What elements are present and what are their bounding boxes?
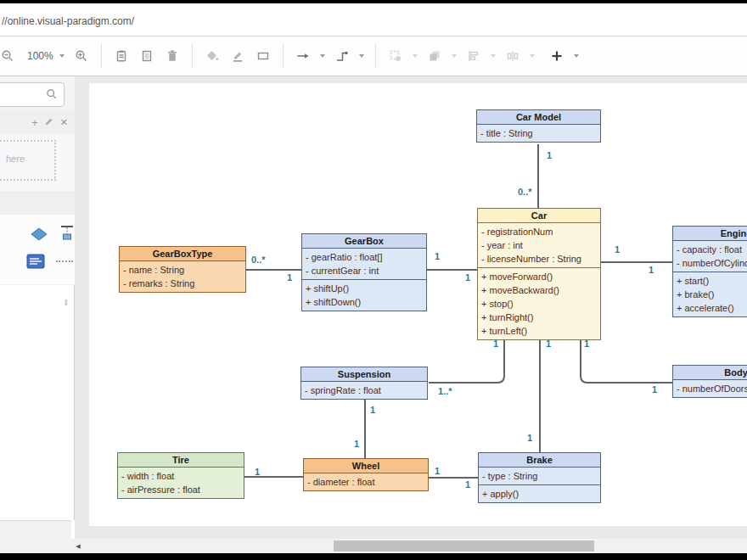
distribute-caret-icon bbox=[530, 54, 535, 58]
line-color-icon[interactable] bbox=[230, 48, 245, 64]
class-title: Tire bbox=[118, 453, 244, 468]
dropzone-area: here bbox=[0, 134, 75, 192]
class-title: Engine bbox=[673, 227, 747, 241]
zoom-out-icon[interactable] bbox=[0, 48, 15, 64]
class-attribute: - gearRatio : float[] bbox=[302, 250, 426, 264]
class-attribute: - name : String bbox=[120, 263, 245, 277]
class-attribute: - year : int bbox=[478, 238, 600, 252]
shape-panel-sidebar: + ✕ here ‖ bbox=[0, 76, 75, 520]
arrow-style-caret-icon[interactable] bbox=[320, 54, 325, 58]
panel-header: + ✕ bbox=[0, 110, 75, 134]
class-attribute: - diameter : float bbox=[304, 475, 428, 489]
class-attribute: - registrationNum bbox=[478, 225, 600, 238]
class-tire[interactable]: Tire- width : float- airPressure : float bbox=[117, 452, 244, 499]
class-brake[interactable]: Brake- type : String+ apply() bbox=[478, 452, 601, 503]
class-operation: + brake() bbox=[673, 288, 747, 301]
class-operation: + moveForward() bbox=[478, 270, 600, 283]
scrollbar-thumb[interactable] bbox=[334, 540, 594, 552]
marquee-caret-icon bbox=[413, 54, 418, 58]
class-attribute: - currentGear : int bbox=[302, 264, 426, 277]
class-attribute: - numberOfCylinders : int bbox=[673, 256, 747, 270]
class-attribute: - capacity : float bbox=[673, 243, 747, 256]
class-engine[interactable]: Engine- capacity : float- numberOfCylind… bbox=[672, 226, 747, 317]
class-attribute: - type : String bbox=[479, 469, 600, 483]
browser-address-bar[interactable]: //online.visual-paradigm.com/ bbox=[0, 3, 747, 36]
terminator-shape[interactable] bbox=[59, 225, 75, 245]
toolbar-separator bbox=[375, 43, 376, 69]
class-gearbox[interactable]: GearBox- gearRatio : float[]- currentGea… bbox=[301, 233, 427, 311]
toolbar-separator bbox=[283, 43, 284, 69]
delete-icon[interactable] bbox=[165, 48, 180, 64]
align-icon bbox=[466, 48, 481, 64]
class-attribute: - title : String bbox=[477, 126, 600, 140]
search-icon bbox=[46, 88, 58, 100]
search-input[interactable] bbox=[0, 82, 65, 107]
fill-color-icon[interactable] bbox=[205, 48, 220, 64]
distribute-icon bbox=[505, 48, 520, 64]
class-title: Car bbox=[478, 209, 600, 223]
connector-style-icon[interactable] bbox=[334, 48, 350, 64]
class-attribute: - width : float bbox=[118, 469, 244, 483]
shape-dropzone[interactable]: here bbox=[0, 140, 56, 181]
bring-forward-icon bbox=[427, 48, 442, 64]
shape-palette bbox=[0, 215, 75, 285]
add-shape-icon[interactable] bbox=[549, 48, 564, 64]
class-operation: + shiftUp() bbox=[302, 282, 426, 295]
paste-icon[interactable] bbox=[114, 48, 129, 64]
class-wheel[interactable]: Wheel- diameter : float bbox=[303, 458, 429, 491]
class-title: GearBoxType bbox=[120, 247, 245, 261]
panel-resize-grip[interactable]: ‖ bbox=[65, 299, 68, 307]
class-operation: + shiftDown() bbox=[302, 295, 426, 309]
class-attribute: - licenseNumber : String bbox=[478, 252, 600, 266]
class-operation: + turnRight() bbox=[478, 311, 600, 324]
class-title: Suspension bbox=[301, 367, 427, 382]
url-text[interactable]: //online.visual-paradigm.com/ bbox=[2, 15, 134, 27]
collapsed-panel-strip[interactable] bbox=[0, 191, 75, 216]
class-title: Wheel bbox=[304, 459, 428, 473]
scroll-left-arrow-icon[interactable]: ◀ bbox=[71, 539, 85, 553]
zoom-caret-icon[interactable] bbox=[59, 54, 65, 58]
class-title: Brake bbox=[479, 453, 600, 468]
toolbar: 100% bbox=[0, 36, 747, 76]
class-attribute: - springRate : float bbox=[301, 384, 427, 397]
class-title: GearBox bbox=[302, 234, 426, 249]
marquee-select-icon bbox=[388, 48, 403, 64]
class-car-model[interactable]: Car Model- title : String bbox=[476, 109, 601, 143]
dropzone-text: here bbox=[6, 154, 25, 164]
copy-icon[interactable] bbox=[139, 48, 154, 64]
arrow-style-icon[interactable] bbox=[295, 48, 311, 64]
class-car[interactable]: Car- registrationNum- year : int- licens… bbox=[477, 208, 601, 340]
close-icon[interactable]: ✕ bbox=[60, 117, 68, 128]
toolbar-separator bbox=[101, 43, 102, 69]
dashed-line-shape[interactable] bbox=[56, 260, 73, 262]
class-title: Body bbox=[673, 366, 747, 380]
class-operation: + stop() bbox=[478, 297, 600, 311]
class-attribute: - remarks : String bbox=[120, 277, 245, 290]
shape-style-icon[interactable] bbox=[256, 48, 271, 64]
class-operation: + turnLeft() bbox=[478, 324, 600, 338]
class-title: Car Model bbox=[477, 110, 600, 125]
bottom-black-bar bbox=[0, 553, 747, 560]
class-suspension[interactable]: Suspension- springRate : float bbox=[300, 367, 428, 400]
zoom-level[interactable]: 100% bbox=[27, 50, 53, 62]
add-icon[interactable]: + bbox=[31, 117, 38, 128]
note-shape[interactable] bbox=[26, 254, 45, 272]
bring-forward-caret-icon bbox=[452, 54, 457, 58]
add-shape-caret-icon[interactable] bbox=[574, 54, 579, 58]
zoom-in-icon[interactable] bbox=[74, 48, 89, 64]
class-attribute: - numberOfDoors : int bbox=[673, 382, 747, 395]
edit-icon[interactable] bbox=[44, 116, 54, 128]
class-operation: + start() bbox=[673, 274, 747, 288]
class-attribute: - airPressure : float bbox=[118, 483, 244, 496]
class-gearboxtype[interactable]: GearBoxType- name : String- remarks : St… bbox=[119, 246, 246, 293]
decision-diamond-shape[interactable] bbox=[31, 227, 48, 244]
sidebar-bottom-strip bbox=[0, 520, 71, 553]
class-operation: + moveBackward() bbox=[478, 283, 600, 297]
class-body[interactable]: Body- numberOfDoors : int bbox=[672, 365, 747, 398]
search-area bbox=[0, 76, 75, 111]
class-operation: + apply() bbox=[479, 487, 600, 501]
horizontal-scrollbar[interactable]: ◀ bbox=[71, 539, 747, 553]
connector-style-caret-icon[interactable] bbox=[359, 54, 364, 58]
align-caret-icon bbox=[491, 54, 496, 58]
class-operation: + accelerate() bbox=[673, 301, 747, 315]
